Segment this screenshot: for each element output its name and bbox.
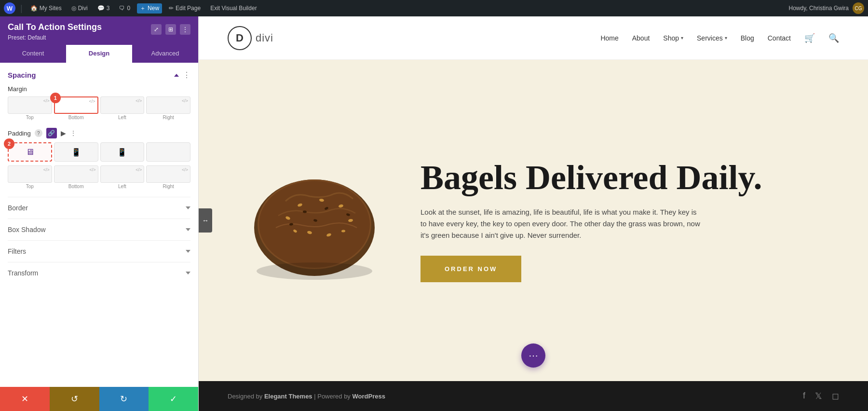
- padding-left-cell: </> Left: [100, 165, 145, 189]
- tab-design[interactable]: Design: [66, 45, 132, 63]
- padding-bottom-label: Bottom: [68, 184, 84, 189]
- box-shadow-header[interactable]: Box Shadow: [8, 226, 190, 233]
- more-options-icon[interactable]: ⋮: [180, 24, 190, 35]
- my-sites-button[interactable]: 🏠 My Sites: [27, 4, 65, 13]
- tab-content[interactable]: Content: [0, 45, 66, 63]
- hero-image: [237, 143, 392, 298]
- mobile-device-box[interactable]: 📱: [100, 142, 145, 162]
- link-icon[interactable]: 🔗: [46, 128, 57, 138]
- margin-top-label: Top: [26, 115, 34, 120]
- exit-builder-button[interactable]: Exit Visual Builder: [207, 4, 260, 13]
- cancel-button[interactable]: ✕: [0, 387, 50, 411]
- order-now-button[interactable]: ORDER NOW: [420, 256, 521, 282]
- badge-1: 1: [50, 93, 61, 103]
- margin-right-label: Right: [163, 115, 174, 120]
- padding-label: Padding: [8, 130, 31, 137]
- search-icon[interactable]: 🔍: [828, 33, 839, 43]
- comment-count-button[interactable]: 🗨 0: [116, 4, 133, 13]
- admin-bar-left: W | 🏠 My Sites ◎ Divi 💬 3 🗨 0 ＋ New ✏ Ed…: [4, 2, 787, 14]
- comments-button[interactable]: 💬 3: [95, 4, 113, 13]
- margin-bottom-label: Bottom: [68, 115, 84, 120]
- nav-home[interactable]: Home: [600, 34, 618, 42]
- margin-bottom-cell: </> 1 Bottom: [54, 96, 98, 120]
- action-bar: ✕ ↺ ↻ ✓: [0, 387, 198, 411]
- border-title: Border: [8, 204, 28, 212]
- site-nav: D divi Home About Shop ▾ Services ▾ Blog…: [199, 16, 868, 60]
- transform-section: Transform: [8, 262, 190, 284]
- nav-blog[interactable]: Blog: [741, 34, 754, 42]
- mobile-device-cell: 📱: [100, 142, 145, 162]
- spacing-title: Spacing: [8, 71, 36, 79]
- filters-title: Filters: [8, 247, 26, 255]
- undo-button[interactable]: ↺: [50, 387, 99, 411]
- mobile-icon: 📱: [117, 148, 127, 157]
- footer-social: f 𝕏 ◻: [803, 391, 839, 401]
- panel-title: Call To Action Settings: [8, 22, 102, 32]
- resize-handle[interactable]: ↔: [199, 208, 212, 233]
- tab-advanced[interactable]: Advanced: [132, 45, 198, 63]
- twitter-icon[interactable]: 𝕏: [815, 391, 822, 401]
- wordpress-icon[interactable]: W: [4, 2, 15, 14]
- divi-icon: ◎: [71, 5, 76, 12]
- instagram-icon[interactable]: ◻: [832, 391, 839, 401]
- spacing-more-icon[interactable]: ⋮: [183, 70, 190, 80]
- transform-header[interactable]: Transform: [8, 269, 190, 277]
- maximize-icon[interactable]: ⤢: [151, 24, 162, 35]
- nav-contact[interactable]: Contact: [768, 34, 791, 42]
- code-icon-p4: </>: [182, 167, 188, 172]
- floating-action-button[interactable]: ⋯: [521, 343, 545, 368]
- tablet-device-box[interactable]: 📱: [54, 142, 98, 162]
- code-icon-p2: </>: [89, 167, 95, 172]
- facebook-icon[interactable]: f: [803, 391, 805, 401]
- save-button[interactable]: ✓: [149, 387, 198, 411]
- padding-fields: </> Top </> Bottom </>: [8, 165, 190, 189]
- code-icon: </>: [43, 98, 50, 103]
- code-icon-p3: </>: [136, 167, 142, 172]
- svg-point-17: [257, 262, 372, 280]
- device-row: 🖥 2 📱 📱: [8, 142, 190, 162]
- border-header[interactable]: Border: [8, 204, 190, 212]
- home-icon: 🏠: [30, 5, 38, 12]
- nav-links: Home About Shop ▾ Services ▾ Blog Contac…: [600, 33, 839, 43]
- new-button[interactable]: ＋ New: [137, 3, 162, 14]
- empty-device-cell: [146, 142, 190, 162]
- layout-icon[interactable]: ⊞: [165, 24, 176, 35]
- padding-more-icon[interactable]: ⋮: [70, 129, 77, 137]
- margin-top-cell: </> Top: [8, 96, 52, 120]
- padding-right-label: Right: [163, 184, 174, 189]
- transform-chevron-icon: [186, 272, 190, 274]
- filters-header[interactable]: Filters: [8, 247, 190, 255]
- avatar[interactable]: CG: [853, 2, 864, 14]
- tablet-device-cell: 📱: [54, 142, 98, 162]
- margin-left-cell: </> Left: [100, 96, 145, 120]
- code-icon-2: </>: [89, 99, 95, 104]
- padding-right-cell: </> Right: [146, 165, 190, 189]
- hero-title: Bagels Delivered Daily.: [420, 159, 829, 197]
- filters-section: Filters: [8, 240, 190, 262]
- website-preview: D divi Home About Shop ▾ Services ▾ Blog…: [199, 16, 868, 411]
- box-shadow-section: Box Shadow: [8, 219, 190, 240]
- cursor-icon[interactable]: ▶: [61, 129, 66, 137]
- nav-services[interactable]: Services ▾: [697, 34, 727, 42]
- admin-bar-right: Howdy, Christina Gwira CG: [789, 2, 864, 14]
- comment-icon: 💬: [97, 5, 105, 12]
- nav-shop[interactable]: Shop ▾: [663, 34, 683, 42]
- redo-button[interactable]: ↻: [99, 387, 149, 411]
- cart-icon[interactable]: 🛒: [804, 33, 815, 43]
- collapse-spacing-icon[interactable]: [174, 74, 179, 77]
- panel-preset: Preset: Default: [8, 34, 102, 41]
- main-layout: Call To Action Settings Preset: Default …: [0, 16, 868, 411]
- desktop-device-box[interactable]: 🖥: [8, 142, 52, 162]
- padding-bottom-cell: </> Bottom: [54, 165, 98, 189]
- help-icon[interactable]: ?: [35, 129, 42, 137]
- nav-about[interactable]: About: [632, 34, 650, 42]
- edit-page-button[interactable]: ✏ Edit Page: [166, 4, 203, 13]
- services-chevron-icon: ▾: [725, 35, 727, 41]
- transform-title: Transform: [8, 269, 38, 277]
- padding-top-label: Top: [26, 184, 34, 189]
- divi-button[interactable]: ◎ Divi: [68, 4, 91, 13]
- desktop-icon: 🖥: [26, 147, 34, 157]
- code-icon-3: </>: [136, 98, 142, 103]
- desktop-device-cell: 🖥 2: [8, 142, 52, 162]
- box-shadow-title: Box Shadow: [8, 226, 46, 233]
